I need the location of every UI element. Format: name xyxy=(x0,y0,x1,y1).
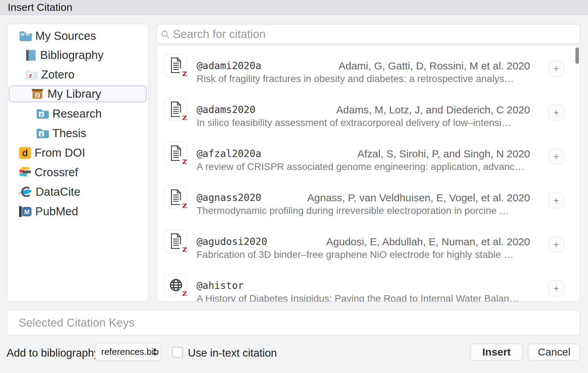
sidebar-item-label: My Library xyxy=(47,87,101,100)
select-stepper-icon xyxy=(152,348,157,358)
svg-text:z: z xyxy=(29,72,32,79)
sidebar-item-label: From DOI xyxy=(35,146,85,159)
citation-key: @agnass2020 xyxy=(197,192,261,203)
bibliography-file-select[interactable]: references.bib xyxy=(95,343,161,361)
sidebar-item-label: PubMed xyxy=(35,205,78,218)
datacite-icon xyxy=(19,186,32,198)
blue-folder-z-icon: z xyxy=(36,109,49,119)
dialog-titlebar: Insert Citation xyxy=(0,0,588,15)
add-citation-button[interactable]: + xyxy=(548,105,564,120)
sources-sidebar: ”” My Sources Bibliography z Zotero z My… xyxy=(7,24,148,302)
bibliography-file-value: references.bib xyxy=(101,346,159,357)
svg-text:d: d xyxy=(22,148,28,158)
search-input[interactable] xyxy=(172,24,575,44)
svg-text:””: ”” xyxy=(20,31,31,42)
sidebar-item-label: DataCite xyxy=(36,185,80,199)
pubmed-icon: M xyxy=(19,206,32,217)
citation-list-panel: z @adami2020a Adami, G, Gatti, D, Rossin… xyxy=(156,45,580,302)
cancel-button[interactable]: Cancel xyxy=(528,344,580,360)
citation-authors: Afzal, S, Sirohi, P, and Singh, N 2020 xyxy=(357,148,530,160)
search-icon xyxy=(161,30,170,40)
sidebar-item-crossref[interactable]: Crossref xyxy=(9,164,147,181)
citation-title: In silico feasibility assessment of extr… xyxy=(197,117,511,128)
zotero-badge-icon: z xyxy=(180,112,189,122)
zotero-badge-icon: z xyxy=(180,156,189,166)
zotero-badge-icon: z xyxy=(180,244,189,254)
citation-authors: Adams, M, Lotz, J, and Diederich, C 2020 xyxy=(336,104,530,116)
svg-text:z: z xyxy=(36,92,39,98)
citation-title: A History of Diabetes Insipidus: Paving … xyxy=(197,293,519,302)
insert-button[interactable]: Insert xyxy=(470,344,523,360)
citation-title: Fabrication of 3D binder–free graphene N… xyxy=(197,249,513,260)
add-citation-button[interactable]: + xyxy=(548,61,564,76)
sidebar-item-my-library[interactable]: z My Library xyxy=(9,85,147,102)
sidebar-item-from-doi[interactable]: d From DOI xyxy=(9,144,147,161)
sidebar-item-thesis[interactable]: z Thesis xyxy=(9,125,147,142)
citation-row[interactable]: z @adams2020 Adams, M, Lotz, J, and Died… xyxy=(157,98,580,133)
add-citation-button[interactable]: + xyxy=(548,193,564,208)
library-box-icon: z xyxy=(31,89,44,99)
sidebar-item-datacite[interactable]: DataCite xyxy=(9,184,147,200)
citation-title: Thermodynamic profiling during irreversi… xyxy=(197,205,509,216)
citation-key: @agudosi2020 xyxy=(197,236,267,247)
citation-row[interactable]: z @agnass2020 Agnass, P, van Veldhuisen,… xyxy=(157,186,580,221)
selected-keys-box xyxy=(7,310,580,335)
selected-citation-keys-input[interactable] xyxy=(18,310,571,335)
citation-row[interactable]: z @adami2020a Adami, G, Gatti, D, Rossin… xyxy=(157,54,580,89)
citation-title: A review of CRISPR associated genome eng… xyxy=(197,161,524,172)
crossref-icon xyxy=(19,166,31,179)
doi-icon: d xyxy=(19,147,31,159)
scrollbar-thumb[interactable] xyxy=(575,47,579,64)
sidebar-item-label: Crossref xyxy=(35,166,78,179)
use-intext-citation-checkbox[interactable] xyxy=(172,347,183,358)
sidebar-item-research[interactable]: z Research xyxy=(9,105,147,122)
add-citation-button[interactable]: + xyxy=(548,281,564,296)
book-icon xyxy=(25,50,37,61)
sidebar-item-label: Bibliography xyxy=(40,49,104,62)
use-intext-citation-label: Use in-text citation xyxy=(188,347,277,359)
zotero-folder-icon: z xyxy=(25,69,38,80)
search-box xyxy=(156,24,580,44)
citation-key: @afzal2020a xyxy=(197,148,261,159)
add-to-bibliography-label: Add to bibliography: xyxy=(7,347,102,359)
sidebar-item-zotero[interactable]: z Zotero xyxy=(9,66,147,83)
sidebar-item-label: Thesis xyxy=(52,127,86,140)
citation-authors: Adami, G, Gatti, D, Rossini, M et al. 20… xyxy=(338,60,530,72)
zotero-badge-icon: z xyxy=(180,288,189,298)
svg-text:z: z xyxy=(40,111,43,118)
citation-key: @adami2020a xyxy=(197,60,261,72)
citation-row[interactable]: z @ahistor A History of Diabetes Insipid… xyxy=(157,274,580,302)
sources-folder-icon: ”” xyxy=(19,31,32,42)
citation-row[interactable]: z @afzal2020a Afzal, S, Sirohi, P, and S… xyxy=(157,142,580,177)
sidebar-item-my-sources[interactable]: ”” My Sources xyxy=(9,28,147,44)
citation-key: @adams2020 xyxy=(197,104,256,115)
dialog-title: Insert Citation xyxy=(8,1,72,13)
svg-text:M: M xyxy=(24,209,30,216)
svg-text:z: z xyxy=(40,131,43,137)
citation-authors: Agnass, P, van Veldhuisen, E, Vogel, et … xyxy=(307,192,530,204)
sidebar-item-pubmed[interactable]: M PubMed xyxy=(9,203,147,220)
citation-authors: Agudosi, E, Abdullah, E, Numan, et al. 2… xyxy=(326,236,530,248)
sidebar-item-bibliography[interactable]: Bibliography xyxy=(9,47,147,64)
zotero-badge-icon: z xyxy=(180,200,189,210)
citation-title: Risk of fragility fractures in obesity a… xyxy=(197,73,514,84)
blue-folder-z-icon: z xyxy=(36,128,49,139)
sidebar-item-label: Zotero xyxy=(41,68,74,81)
sidebar-item-label: Research xyxy=(52,107,102,120)
add-citation-button[interactable]: + xyxy=(548,149,564,164)
zotero-badge-icon: z xyxy=(180,68,189,78)
sidebar-item-label: My Sources xyxy=(35,29,96,43)
citation-key: @ahistor xyxy=(197,280,244,291)
citation-row[interactable]: z @agudosi2020 Agudosi, E, Abdullah, E, … xyxy=(157,230,580,264)
add-citation-button[interactable]: + xyxy=(548,237,564,252)
